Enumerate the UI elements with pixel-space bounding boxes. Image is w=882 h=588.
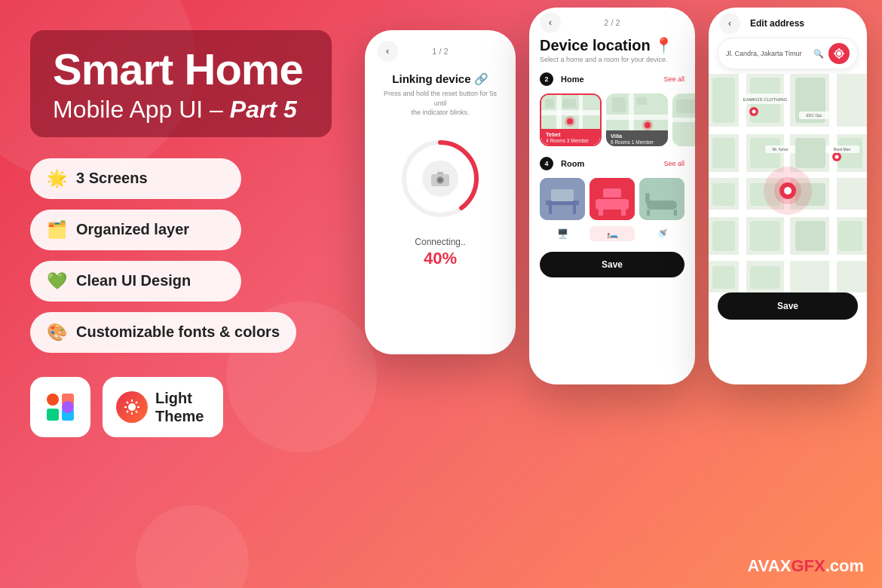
svg-point-5 xyxy=(128,403,136,411)
phone3-title: Edit address xyxy=(750,18,804,29)
bath-room-svg xyxy=(639,178,684,220)
phone3-search-bar[interactable]: Jl. Candra, Jakarta Timur 🔍 xyxy=(718,38,858,69)
camera-icon xyxy=(422,161,458,197)
main-title: Smart Home xyxy=(53,47,309,93)
svg-rect-50 xyxy=(603,188,621,198)
feature-item-screens: 🌟 3 Screens xyxy=(30,158,241,199)
desk-room-svg xyxy=(540,178,585,220)
room-section-title: Room xyxy=(561,159,584,168)
design-emoji: 💚 xyxy=(47,271,67,291)
screens-emoji: 🌟 xyxy=(47,169,67,188)
svg-text:Mr. Azhar: Mr. Azhar xyxy=(772,147,788,152)
feature-item-custom: 🎨 Customizable fonts & colors xyxy=(30,312,296,353)
svg-rect-69 xyxy=(829,74,837,292)
phones-container: ‹ 1 / 2 Linking device 🔗 Press and hold … xyxy=(365,8,867,400)
bath-icon: 🚿 xyxy=(639,226,684,241)
svg-rect-83 xyxy=(838,221,862,251)
phone-linking-device: ‹ 1 / 2 Linking device 🔗 Press and hold … xyxy=(365,30,516,354)
phone2-back-button[interactable]: ‹ xyxy=(540,12,561,33)
svg-point-4 xyxy=(62,401,74,413)
phone3-map: EAMKOS CLOTHING EDC Opc Bank Man Mr. Azh… xyxy=(709,74,867,292)
see-all-homes[interactable]: See all xyxy=(663,75,684,83)
phone1-page-indicator: 1 / 2 xyxy=(432,47,448,56)
custom-emoji: 🎨 xyxy=(47,323,67,342)
room-cards-list xyxy=(529,173,695,225)
svg-rect-67 xyxy=(739,74,746,292)
figma-icon xyxy=(44,390,77,424)
phone-device-location: ‹ 2 / 2 Device location 📍 Select a home … xyxy=(529,8,695,384)
feature-item-layer: 🗂️ Organized layer xyxy=(30,210,241,250)
phone3-back-button[interactable]: ‹ xyxy=(719,13,740,34)
extra-map-svg xyxy=(672,93,695,146)
sub-prefix: Mobile App UI – xyxy=(53,96,230,123)
watermark-gfx: GFX xyxy=(791,556,825,575)
left-panel: Smart Home Mobile App UI – Part 5 🌟 3 Sc… xyxy=(30,30,332,437)
home-section-num: 2 xyxy=(540,72,553,86)
svg-rect-19 xyxy=(437,172,443,175)
sub-title: Mobile App UI – Part 5 xyxy=(53,96,309,124)
svg-rect-77 xyxy=(712,183,735,206)
phone2-subtitle: Select a home and a room for your device… xyxy=(529,56,695,69)
home-card-extra[interactable] xyxy=(672,93,695,146)
location-icon xyxy=(834,48,844,59)
svg-rect-84 xyxy=(712,266,735,289)
svg-text:EAMKOS CLOTHING: EAMKOS CLOTHING xyxy=(743,97,788,102)
svg-rect-70 xyxy=(712,78,735,123)
home-cards-list: Tebet 4 Rooms 3 Member xyxy=(529,89,695,151)
svg-rect-37 xyxy=(672,118,695,122)
svg-text:Bank Man: Bank Man xyxy=(834,147,851,152)
home-card-villa[interactable]: Villa 8 Rooms 1 Member xyxy=(606,93,668,146)
svg-line-12 xyxy=(136,402,137,403)
svg-rect-39 xyxy=(676,100,695,113)
figma-badge xyxy=(30,377,90,437)
location-button[interactable] xyxy=(828,43,850,64)
design-label: Clean UI Design xyxy=(76,272,191,289)
feature-item-design: 💚 Clean UI Design xyxy=(30,261,241,302)
edit-address-map-svg: EAMKOS CLOTHING EDC Opc Bank Man Mr. Azh… xyxy=(709,74,867,292)
svg-point-56 xyxy=(837,51,841,56)
svg-rect-48 xyxy=(599,210,603,216)
sun-icon xyxy=(116,391,148,423)
bed-icon: 🛏️ xyxy=(590,226,635,241)
svg-rect-2 xyxy=(47,409,59,421)
room-card-bath[interactable] xyxy=(639,178,684,220)
svg-rect-80 xyxy=(712,221,735,251)
phone3-save-button[interactable]: Save xyxy=(718,292,858,320)
svg-rect-0 xyxy=(47,394,59,406)
phone1-progress-ring xyxy=(365,125,516,232)
watermark: AVAXGFX.com xyxy=(748,556,864,576)
svg-text:EDC Opc: EDC Opc xyxy=(806,113,822,118)
phone2-title: Device location 📍 xyxy=(529,32,695,56)
svg-rect-44 xyxy=(573,205,576,214)
svg-rect-53 xyxy=(647,210,650,216)
phone-edit-address: ‹ Edit address Jl. Candra, Jakarta Timur… xyxy=(709,8,867,384)
room-card-desk[interactable] xyxy=(540,178,585,220)
phone2-header: ‹ 2 / 2 xyxy=(529,8,695,32)
room-icons-row: 🖥️ 🛏️ 🚿 xyxy=(529,225,695,246)
phone2-page-indicator: 2 / 2 xyxy=(604,18,620,27)
bottom-badges: Light Theme xyxy=(30,377,332,437)
svg-point-18 xyxy=(438,178,443,182)
svg-rect-81 xyxy=(750,221,780,251)
svg-rect-75 xyxy=(795,138,825,168)
selected-room-svg xyxy=(590,178,635,220)
svg-point-93 xyxy=(835,155,839,159)
phone1-back-button[interactable]: ‹ xyxy=(377,41,398,62)
phone2-room-section-header: 4 Room See all xyxy=(529,154,695,173)
phone2-home-section-header: 2 Home See all xyxy=(529,69,695,89)
room-card-selected[interactable] xyxy=(590,178,635,220)
see-all-rooms[interactable]: See all xyxy=(663,160,684,167)
tebet-label: Tebet 4 Rooms 3 Member xyxy=(541,129,600,145)
layer-label: Organized layer xyxy=(76,221,189,238)
sun-svg xyxy=(123,398,141,416)
phone1-header: ‹ 1 / 2 xyxy=(365,30,516,66)
home-section-title: Home xyxy=(561,75,584,84)
home-card-tebet[interactable]: Tebet 4 Rooms 3 Member xyxy=(540,93,602,146)
svg-line-10 xyxy=(127,402,128,403)
svg-rect-85 xyxy=(750,266,780,289)
svg-rect-26 xyxy=(562,99,576,108)
room-section-num: 4 xyxy=(540,157,553,170)
svg-rect-52 xyxy=(647,201,677,210)
phone2-save-button[interactable]: Save xyxy=(540,252,684,277)
watermark-suffix: .com xyxy=(825,556,864,575)
